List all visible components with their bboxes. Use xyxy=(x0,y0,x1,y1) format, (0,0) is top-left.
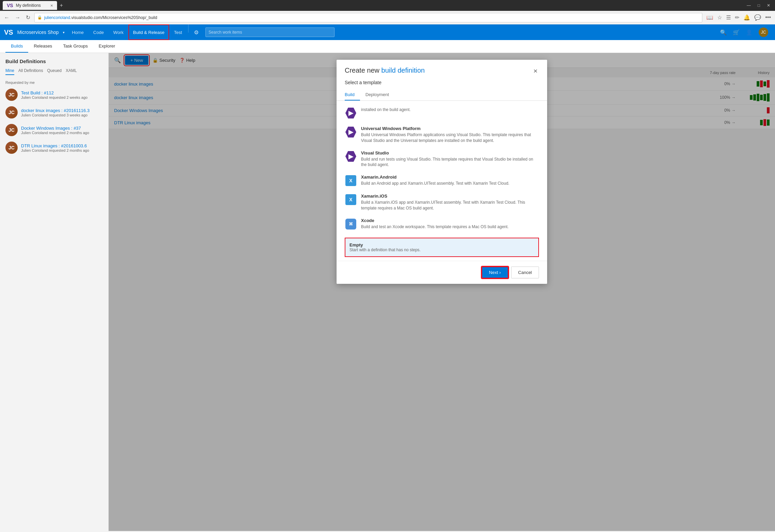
template-icon-1: ▶ xyxy=(345,150,357,163)
build-info-0: Test Build : #112 Julien Corioland reque… xyxy=(21,90,103,99)
modal-subtitle: Select a template xyxy=(337,80,547,89)
search-box[interactable]: Search work items xyxy=(205,27,335,37)
template-icon-2: X xyxy=(345,175,357,187)
header-right-icons: 🔍 🛒 👤 JC xyxy=(717,24,771,40)
sub-nav-explorer[interactable]: Explorer xyxy=(93,40,121,53)
sidebar-filter-tabs: Mine All Definitions Queued XAML xyxy=(0,67,108,75)
avatar-image: JC xyxy=(759,27,768,37)
vs-logo-icon: VS xyxy=(4,29,13,36)
empty-template-item[interactable]: Empty Start with a definition that has n… xyxy=(345,238,539,257)
hub-icon[interactable]: ☰ xyxy=(725,13,732,22)
sub-nav-builds[interactable]: Builds xyxy=(5,40,28,53)
shopping-icon[interactable]: 🛒 xyxy=(730,24,742,40)
build-meta-0: Julien Corioland requested 2 weeks ago xyxy=(21,95,103,99)
filter-tab-all[interactable]: All Definitions xyxy=(18,67,43,75)
app-name[interactable]: Microservices Shop xyxy=(15,30,61,35)
build-item-0[interactable]: JC Test Build : #112 Julien Corioland re… xyxy=(0,86,108,104)
template-name-3: Xamarin.iOS xyxy=(361,194,539,199)
tools-icon[interactable]: ✏ xyxy=(734,13,741,22)
create-build-modal: Create new build definition ✕ Select a t… xyxy=(337,60,547,284)
avatar-initials-0: JC xyxy=(5,89,18,101)
nav-code[interactable]: Code xyxy=(89,24,109,40)
template-item-2[interactable]: X Xamarin.Android Build an Android app a… xyxy=(337,171,547,190)
template-icon-4: ⌘ xyxy=(345,218,357,230)
refresh-button[interactable]: ↻ xyxy=(24,13,32,22)
spacer-bottom xyxy=(337,257,547,261)
browser-tab[interactable]: VS My definitions ✕ xyxy=(3,1,57,10)
empty-template-name: Empty xyxy=(349,242,534,247)
template-item-4[interactable]: ⌘ Xcode Build and test an Xcode workspac… xyxy=(337,215,547,234)
spacer xyxy=(337,234,547,238)
reader-mode-icon[interactable]: 📖 xyxy=(705,13,715,22)
tab-vs-icon: VS xyxy=(7,3,13,8)
sub-nav: Builds Releases Task Groups Explorer xyxy=(0,40,775,53)
modal-close-button[interactable]: ✕ xyxy=(532,67,539,76)
build-name-1: docker linux images : #20161116.3 xyxy=(21,108,103,113)
new-tab-button[interactable]: + xyxy=(60,2,63,8)
main-area: Build Definitions Mine All Definitions Q… xyxy=(0,53,775,531)
build-item-3[interactable]: JC DTR Linux images : #20161003.6 Julien… xyxy=(0,139,108,157)
template-item-3[interactable]: X Xamarin.iOS Build a Xamarin.iOS app an… xyxy=(337,190,547,215)
sidebar-section-label: Requested by me xyxy=(0,79,108,86)
filter-tab-mine[interactable]: Mine xyxy=(5,67,14,75)
filter-tab-queued[interactable]: Queued xyxy=(47,67,62,75)
build-info-1: docker linux images : #20161116.3 Julien… xyxy=(21,108,103,117)
modal-tab-build[interactable]: Build xyxy=(345,89,360,100)
xcode-icon: ⌘ xyxy=(345,219,356,230)
search-placeholder: Search work items xyxy=(209,30,242,35)
back-button[interactable]: ← xyxy=(3,13,11,22)
build-name-2: Docker Windows Images : #37 xyxy=(21,126,103,131)
build-avatar-1: JC xyxy=(5,106,18,118)
next-button[interactable]: Next › xyxy=(482,267,508,278)
modal-body: ▶ installed on the build agent. ▶ Univer… xyxy=(337,101,547,261)
template-item-0[interactable]: ▶ Universal Windows Platform Build Unive… xyxy=(337,123,547,147)
share-icon[interactable]: 💬 xyxy=(753,13,762,22)
build-meta-1: Julien Corioland requested 3 weeks ago xyxy=(21,113,103,117)
settings-icon[interactable]: ⚙ xyxy=(190,24,203,40)
build-meta-3: Julien Corioland requested 2 months ago xyxy=(21,148,103,152)
cancel-button[interactable]: Cancel xyxy=(511,267,539,278)
minimize-button[interactable]: — xyxy=(745,2,753,8)
app-header: VS Microservices Shop ▾ Home Code Work B… xyxy=(0,24,775,40)
xamarin-ios-icon: X xyxy=(345,194,356,205)
app-name-dropdown-icon[interactable]: ▾ xyxy=(63,31,65,34)
vs-purple-icon-0: ▶ xyxy=(345,127,356,137)
maximize-button[interactable]: □ xyxy=(756,2,762,8)
address-bar[interactable]: 🔒 juliencorioland.visualstudio.com/Micro… xyxy=(34,13,702,22)
search-icon[interactable]: 🔍 xyxy=(717,24,729,40)
template-name-4: Xcode xyxy=(361,218,539,223)
template-item-partial[interactable]: ▶ installed on the build agent. xyxy=(337,104,547,123)
nav-build-release[interactable]: Build & Release xyxy=(128,24,169,40)
close-button[interactable]: ✕ xyxy=(765,2,772,8)
build-item-2[interactable]: JC Docker Windows Images : #37 Julien Co… xyxy=(0,121,108,139)
build-name-3: DTR Linux images : #20161003.6 xyxy=(21,143,103,148)
forward-button[interactable]: → xyxy=(14,13,22,22)
modal-title: Create new build definition xyxy=(345,67,425,74)
template-icon-3: X xyxy=(345,194,357,206)
tab-close-button[interactable]: ✕ xyxy=(50,4,53,7)
notifications-icon[interactable]: 🔔 xyxy=(742,13,752,22)
browser-toolbar-icons: 📖 ☆ ☰ ✏ 🔔 💬 ••• xyxy=(705,13,772,22)
nav-home[interactable]: Home xyxy=(67,24,89,40)
filter-tab-xaml[interactable]: XAML xyxy=(66,67,77,75)
sub-nav-task-groups[interactable]: Task Groups xyxy=(58,40,93,53)
modal-tabs: Build Deployment xyxy=(337,89,547,101)
user-avatar[interactable]: JC xyxy=(756,24,771,40)
more-icon[interactable]: ••• xyxy=(764,13,772,22)
tab-title: My definitions xyxy=(16,3,41,8)
template-desc-0: Build Universal Windows Platform applica… xyxy=(361,132,539,144)
favorites-icon[interactable]: ☆ xyxy=(716,13,723,22)
template-info-1: Visual Studio Build and run tests using … xyxy=(361,150,539,168)
main-content: 🔍 + New 🔒 Security ❓ Help 7-day pass rat… xyxy=(109,53,775,531)
sub-nav-releases[interactable]: Releases xyxy=(28,40,57,53)
xamarin-android-icon: X xyxy=(345,175,356,186)
build-item-1[interactable]: JC docker linux images : #20161116.3 Jul… xyxy=(0,104,108,121)
modal-title-accent: build definition xyxy=(381,67,425,74)
modal-tab-deployment[interactable]: Deployment xyxy=(365,89,394,100)
nav-test[interactable]: Test xyxy=(169,24,187,40)
nav-work[interactable]: Work xyxy=(109,24,128,40)
account-icon[interactable]: 👤 xyxy=(743,24,755,40)
template-item-1[interactable]: ▶ Visual Studio Build and run tests usin… xyxy=(337,147,547,171)
vs-purple-icon-1: ▶ xyxy=(345,151,356,162)
template-desc-2: Build an Android app and Xamarin.UITest … xyxy=(361,181,539,186)
